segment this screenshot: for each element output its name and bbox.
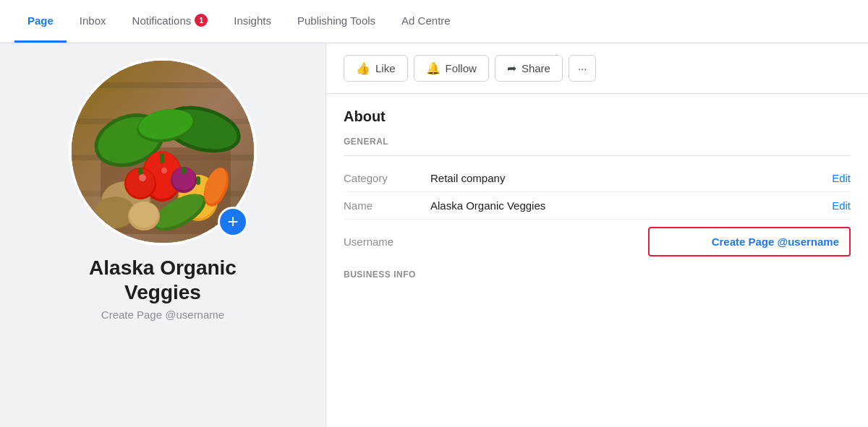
top-nav: Page Inbox Notifications 1 Insights Publ…	[0, 0, 868, 43]
like-button[interactable]: 👍 Like	[344, 55, 408, 82]
profile-image-wrapper: +	[69, 58, 257, 246]
svg-rect-30	[182, 167, 186, 174]
share-button[interactable]: ➦ Share	[495, 55, 563, 82]
plus-icon: +	[227, 212, 238, 230]
nav-item-insights[interactable]: Insights	[221, 0, 284, 43]
category-edit-button[interactable]: Edit	[832, 172, 851, 184]
about-section: About GENERAL Category Retail company Ed…	[326, 94, 868, 294]
nav-label-notifications: Notifications	[132, 14, 192, 27]
nav-item-publishing-tools[interactable]: Publishing Tools	[284, 0, 388, 43]
follow-icon: 🔔	[426, 61, 441, 75]
like-label: Like	[375, 62, 396, 74]
more-button[interactable]: ···	[569, 55, 597, 82]
page-name: Alaska Organic Veggies	[89, 256, 237, 304]
share-icon: ➦	[507, 61, 516, 75]
svg-rect-23	[138, 168, 142, 175]
svg-point-27	[129, 202, 158, 228]
name-edit-button[interactable]: Edit	[832, 199, 851, 212]
category-label: Category	[344, 172, 430, 184]
nav-label-publishing-tools: Publishing Tools	[297, 14, 375, 27]
create-username-button[interactable]: Create Page @username	[648, 227, 851, 256]
page-username[interactable]: Create Page @username	[101, 309, 224, 321]
svg-rect-17	[160, 153, 164, 163]
svg-rect-3	[72, 82, 257, 88]
business-info-label: BUSINESS INFO	[344, 269, 851, 280]
nav-label-page: Page	[27, 14, 54, 27]
category-row: Category Retail company Edit	[344, 165, 851, 192]
more-label: ···	[578, 62, 587, 74]
share-label: Share	[522, 62, 550, 74]
category-value: Retail company	[430, 172, 832, 184]
name-value: Alaska Organic Veggies	[430, 199, 832, 212]
general-divider	[344, 155, 851, 156]
left-panel: + Alaska Organic Veggies Create Page @us…	[0, 43, 326, 427]
action-buttons-bar: 👍 Like 🔔 Follow ➦ Share ···	[326, 43, 868, 94]
nav-label-insights: Insights	[234, 14, 271, 27]
name-row: Name Alaska Organic Veggies Edit	[344, 192, 851, 220]
nav-item-inbox[interactable]: Inbox	[67, 0, 119, 43]
name-label: Name	[344, 199, 430, 212]
follow-button[interactable]: 🔔 Follow	[414, 55, 489, 82]
notifications-badge: 1	[195, 14, 208, 27]
username-label: Username	[344, 236, 430, 248]
username-row: Username Create Page @username	[344, 220, 851, 264]
like-icon: 👍	[356, 61, 370, 75]
nav-item-ad-centre[interactable]: Ad Centre	[388, 0, 464, 43]
svg-point-36	[161, 168, 167, 173]
follow-label: Follow	[446, 62, 477, 74]
add-photo-button[interactable]: +	[218, 207, 248, 237]
svg-point-35	[139, 174, 146, 181]
general-section-label: GENERAL	[344, 137, 851, 147]
nav-item-notifications[interactable]: Notifications 1	[119, 0, 221, 43]
nav-item-page[interactable]: Page	[14, 0, 67, 43]
main-content: + Alaska Organic Veggies Create Page @us…	[0, 43, 868, 427]
about-title: About	[344, 108, 851, 125]
nav-label-inbox: Inbox	[80, 14, 106, 27]
nav-label-ad-centre: Ad Centre	[401, 14, 451, 27]
right-panel: 👍 Like 🔔 Follow ➦ Share ··· About GENERA…	[326, 43, 868, 427]
